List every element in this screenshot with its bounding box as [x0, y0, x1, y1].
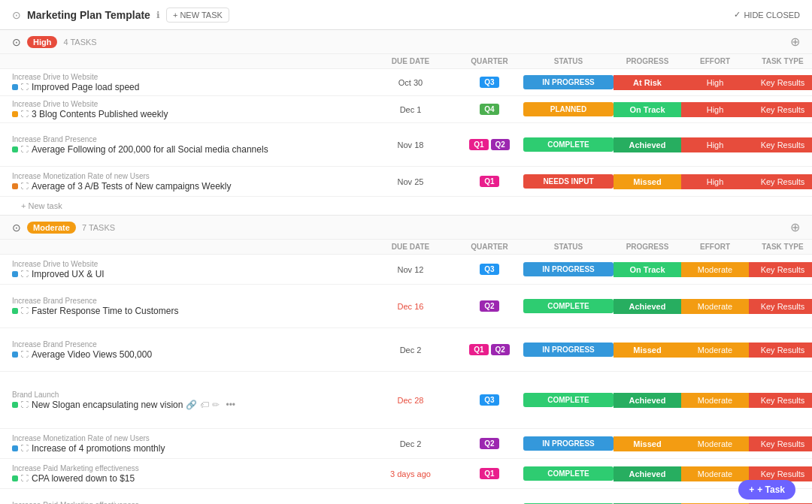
- status-badge: COMPLETE: [523, 137, 614, 152]
- col-tasktype: TASK TYPE: [749, 243, 812, 251]
- checkmark-icon: ✓: [734, 10, 741, 20]
- status-cell[interactable]: IN PROGRESS: [523, 436, 614, 451]
- status-cell[interactable]: NEEDS INPUT: [523, 174, 614, 189]
- columns-header: DUE DATE QUARTER STATUS PROGRESS EFFORT …: [0, 240, 812, 255]
- effort-badge: Moderate: [681, 343, 749, 358]
- tag-icon[interactable]: 🏷: [200, 400, 209, 410]
- quarter-badge: Q2: [480, 300, 498, 312]
- link-icon[interactable]: 🔗: [186, 400, 197, 410]
- status-cell[interactable]: PLANNED: [523, 102, 614, 116]
- tasktype-badge: Key Results: [749, 174, 812, 189]
- hide-closed-button[interactable]: ✓ HIDE CLOSED: [734, 10, 800, 20]
- task-info: Increase Monetization Rate of new Users …: [12, 172, 365, 192]
- app-container: ⊙ Marketing Plan Template ℹ + NEW TASK ✓…: [0, 0, 812, 504]
- task-name-row: ⛶ 3 Blog Contents Published weekly: [12, 109, 359, 119]
- effort-cell: Moderate: [681, 262, 749, 277]
- status-cell[interactable]: IN PROGRESS: [523, 343, 614, 357]
- task-parent: Increase Monetization Rate of new Users: [12, 434, 359, 442]
- task-name-row: ⛶ New Slogan encapsulating new vision 🔗 …: [12, 400, 359, 410]
- col-status: STATUS: [523, 243, 614, 251]
- task-color-dot: [12, 352, 18, 358]
- section-moderate: ⊙ Moderate 7 TASKS ⊕ DUE DATE QUARTER ST…: [0, 216, 812, 504]
- tasktype-badge: Key Results: [749, 75, 812, 90]
- task-name[interactable]: 3 Blog Contents Published weekly: [32, 109, 168, 119]
- task-name[interactable]: Average of 3 A/B Tests of New campaigns …: [32, 181, 231, 192]
- more-options-icon[interactable]: •••: [226, 400, 235, 410]
- tasktype-cell: Key Results: [749, 393, 812, 408]
- edit-icon[interactable]: ✏: [212, 400, 220, 410]
- add-section-icon[interactable]: ⊕: [790, 35, 800, 49]
- task-name[interactable]: Faster Response Time to Customers: [32, 306, 178, 316]
- quarter-cell: Q3: [456, 394, 523, 406]
- new-task-header-button[interactable]: + NEW TASK: [166, 8, 229, 23]
- task-name-row: ⛶ Average of 3 A/B Tests of New campaign…: [12, 181, 359, 192]
- task-color-dot: [12, 146, 18, 152]
- task-parent: Brand Launch: [12, 391, 359, 399]
- task-name[interactable]: Improved UX & UI: [32, 269, 105, 279]
- quarter-badge: Q2: [491, 344, 510, 355]
- quarter-badge: Q4: [480, 104, 498, 115]
- main-content: ⊙ High 4 TASKS ⊕ DUE DATE QUARTER STATUS…: [0, 30, 812, 504]
- status-cell[interactable]: IN PROGRESS: [523, 75, 614, 89]
- status-badge: IN PROGRESS: [523, 436, 614, 451]
- tasktype-badge: Key Results: [749, 343, 812, 358]
- progress-cell: On Track: [614, 102, 681, 117]
- progress-badge: On Track: [614, 262, 681, 277]
- effort-cell: High: [681, 174, 749, 189]
- effort-cell: Moderate: [681, 299, 749, 314]
- status-cell[interactable]: COMPLETE: [523, 299, 614, 313]
- task-parent: Increase Brand Presence: [12, 340, 359, 349]
- priority-badge: High: [27, 36, 57, 48]
- task-type-icon: ⛶: [21, 306, 29, 315]
- tasktype-badge: Key Results: [749, 299, 812, 314]
- effort-cell: Moderate: [681, 343, 749, 358]
- table-row: Increase Brand Presence ⛶ Average Follow…: [0, 123, 812, 167]
- status-cell[interactable]: IN PROGRESS: [523, 262, 614, 276]
- due-date: Oct 30: [365, 78, 456, 87]
- quarter-cell: Q1Q2: [456, 139, 523, 150]
- expand-icon[interactable]: ⊙: [12, 222, 21, 234]
- plus-icon: +: [749, 484, 754, 495]
- tasktype-cell: Key Results: [749, 299, 812, 314]
- task-name[interactable]: Increase of 4 promotions monthly: [32, 443, 165, 454]
- task-info: Increase Paid Marketing effectiveness ⛶ …: [12, 464, 365, 484]
- task-name[interactable]: Improved Page load speed: [32, 82, 139, 92]
- new-task-row[interactable]: + New task: [0, 197, 812, 215]
- tasktype-cell: Key Results: [749, 75, 812, 90]
- quarter-cell: Q4: [456, 104, 523, 115]
- effort-cell: High: [681, 137, 749, 152]
- status-cell[interactable]: COMPLETE: [523, 393, 614, 407]
- task-name[interactable]: New Slogan encapsulating new vision: [32, 400, 183, 410]
- due-date: Nov 18: [365, 140, 456, 149]
- effort-badge: High: [681, 137, 749, 152]
- task-type-icon: ⛶: [21, 350, 29, 358]
- task-info: Increase Brand Presence ⛶ Average Video …: [12, 340, 365, 360]
- table-row: Increase Paid Marketing effectiveness ⛶ …: [0, 459, 812, 489]
- add-section-icon[interactable]: ⊕: [790, 220, 800, 234]
- quarter-cell: Q2: [456, 438, 523, 449]
- task-name[interactable]: Average Video Views 500,000: [32, 349, 152, 360]
- quarter-cell: Q1: [456, 176, 523, 187]
- task-info: Increase Brand Presence ⛶ Faster Respons…: [12, 297, 365, 316]
- task-type-icon: ⛶: [21, 270, 29, 278]
- effort-badge: High: [681, 174, 749, 189]
- task-parent: Increase Monetization Rate of new Users: [12, 172, 359, 180]
- progress-badge: Achieved: [614, 299, 681, 314]
- task-count: 4 TASKS: [63, 38, 96, 47]
- task-name[interactable]: CPA lowered down to $15: [32, 473, 135, 484]
- task-info: Increase Drive to Website ⛶ Improved UX …: [12, 260, 365, 279]
- quarter-badge: Q3: [480, 77, 498, 88]
- effort-badge: High: [681, 102, 749, 117]
- progress-cell: At Risk: [614, 75, 681, 90]
- expand-icon[interactable]: ⊙: [12, 36, 21, 48]
- status-cell[interactable]: COMPLETE: [523, 466, 614, 481]
- status-badge: COMPLETE: [523, 466, 614, 481]
- due-date: Dec 2: [365, 439, 456, 448]
- task-color-dot: [12, 402, 18, 408]
- progress-badge: Achieved: [614, 393, 681, 408]
- task-name[interactable]: Average Following of 200,000 for all Soc…: [32, 144, 268, 155]
- status-cell[interactable]: COMPLETE: [523, 137, 614, 152]
- col-progress: PROGRESS: [614, 243, 681, 251]
- effort-badge: High: [681, 75, 749, 90]
- new-task-fab[interactable]: + + Task: [738, 480, 795, 499]
